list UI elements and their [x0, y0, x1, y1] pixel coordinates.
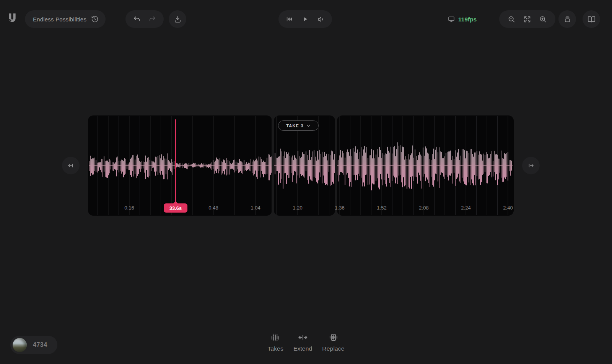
extend-label: Extend	[293, 345, 312, 352]
undo-button[interactable]	[133, 15, 141, 23]
zoom-controls	[499, 10, 555, 28]
time-tick-label: 1:20	[293, 205, 302, 211]
segment-gap	[335, 115, 337, 216]
time-tick-label: 0:48	[208, 205, 218, 211]
playhead-time-badge[interactable]: 33.6s	[164, 203, 187, 213]
time-tick-label: 2:08	[419, 205, 428, 211]
takes-label: Takes	[267, 345, 283, 352]
fps-indicator: 119fps	[448, 10, 477, 28]
time-tick-label: 0:16	[124, 205, 134, 211]
time-tick-label: 2:40	[503, 205, 513, 211]
extend-icon	[298, 332, 308, 343]
zoom-out-icon[interactable]	[508, 15, 516, 23]
undo-redo-group	[125, 10, 164, 28]
skip-to-start-icon[interactable]	[285, 15, 293, 23]
time-tick-label: 1:52	[377, 205, 386, 211]
avatar[interactable]	[13, 338, 27, 352]
history-icon[interactable]	[91, 15, 99, 23]
takes-button[interactable]: Takes	[267, 332, 283, 352]
library-stack-icon[interactable]	[558, 10, 576, 28]
takes-icon	[270, 332, 281, 343]
time-tick-label: 1:36	[335, 205, 344, 211]
playhead-line[interactable]	[175, 119, 176, 204]
extend-button[interactable]: Extend	[293, 332, 312, 352]
redo-button[interactable]	[148, 15, 156, 23]
time-tick-label: 2:24	[461, 205, 470, 211]
replace-icon	[328, 332, 339, 343]
user-credits-pill[interactable]: 4734	[10, 336, 57, 354]
book-open-icon[interactable]	[583, 10, 600, 28]
monitor-icon	[448, 15, 455, 23]
project-title-button[interactable]: Endless Possibilities	[25, 10, 106, 28]
download-button[interactable]	[169, 10, 186, 28]
credits-count: 4734	[33, 341, 47, 348]
replace-button[interactable]: Replace	[322, 332, 344, 352]
project-title: Endless Possibilities	[33, 16, 86, 23]
play-icon[interactable]	[302, 16, 309, 23]
fullscreen-icon[interactable]	[523, 15, 531, 23]
udio-logo-icon[interactable]	[7, 13, 18, 24]
fps-value: 119fps	[458, 16, 477, 23]
zoom-in-icon[interactable]	[539, 15, 547, 23]
volume-icon[interactable]	[317, 15, 325, 23]
transport-controls	[278, 10, 332, 28]
time-tick-label: 1:04	[251, 205, 260, 211]
segment-gap	[272, 115, 274, 216]
playhead-time-label: 33.6s	[169, 205, 182, 211]
chevron-down-icon	[306, 123, 311, 128]
seek-previous-button[interactable]	[62, 157, 80, 174]
take-selector-dropdown[interactable]: TAKE 3	[278, 120, 319, 131]
waveform-timeline[interactable]: TAKE 3 33.6s 0:160:481:041:201:361:522:0…	[88, 115, 514, 216]
action-bar: Takes Extend Replace	[267, 332, 344, 352]
replace-label: Replace	[322, 345, 344, 352]
take-label: TAKE 3	[286, 123, 304, 128]
seek-next-button[interactable]	[522, 157, 540, 174]
